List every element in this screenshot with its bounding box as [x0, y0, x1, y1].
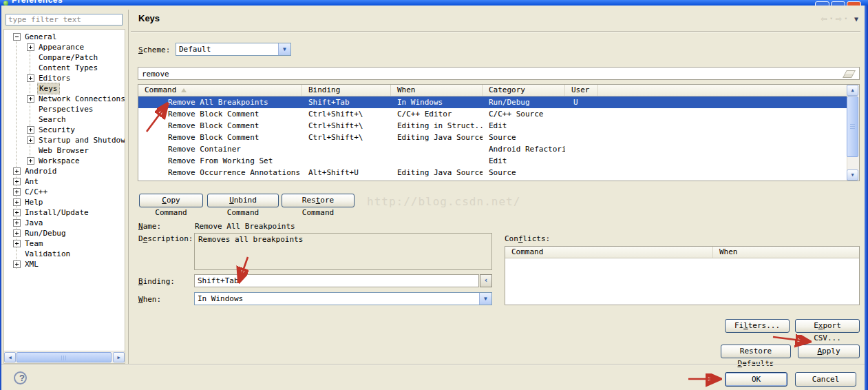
scroll-left-icon[interactable]: ◀	[4, 352, 16, 362]
close-button[interactable]	[847, 1, 861, 6]
panel-divider[interactable]	[128, 10, 129, 364]
cell-binding: Shift+Tab	[302, 96, 391, 108]
expand-icon[interactable]	[27, 74, 34, 82]
sidebar-item-xml[interactable]: XML	[4, 259, 125, 269]
expand-icon[interactable]	[13, 209, 21, 216]
sidebar-item-run-debug[interactable]: Run/Debug	[4, 228, 125, 238]
expand-icon[interactable]	[27, 126, 34, 134]
table-row[interactable]: Remove From Working SetEdit	[138, 155, 847, 167]
column-header-when[interactable]: When	[391, 85, 483, 96]
chevron-down-icon[interactable]: ▼	[479, 293, 491, 305]
expand-icon[interactable]	[13, 219, 21, 227]
tree-filter-input[interactable]	[6, 14, 123, 25]
table-row[interactable]: Remove ContainerAndroid Refactorings	[138, 143, 847, 155]
back-history-icon[interactable]: ▾	[830, 16, 833, 21]
sidebar-item-workspace[interactable]: Workspace	[4, 156, 125, 166]
window-border-left	[0, 6, 1, 390]
unbind-command-button[interactable]: Unbind Command	[207, 194, 279, 207]
sidebar-item-label: Android	[23, 166, 58, 176]
column-header-user[interactable]: User	[565, 85, 598, 96]
sidebar-item-install-update[interactable]: Install/Update	[4, 207, 125, 218]
cell-filler	[598, 155, 847, 167]
minimize-button[interactable]	[815, 1, 829, 6]
view-menu-icon[interactable]: ▼	[854, 15, 858, 23]
scroll-right-icon[interactable]: ▶	[113, 352, 125, 362]
restore-command-button[interactable]: Restore Command	[282, 194, 354, 207]
table-vertical-scrollbar[interactable]: ▲ ▼	[847, 85, 859, 181]
table-row[interactable]: Remove All BreakpointsShift+TabIn Window…	[138, 96, 847, 108]
expand-icon[interactable]	[13, 167, 21, 175]
forward-history-icon[interactable]: ▾	[845, 16, 847, 21]
scrollbar-thumb[interactable]	[17, 352, 112, 362]
sidebar-item-editors[interactable]: Editors	[4, 73, 125, 83]
sidebar-item-general[interactable]: General	[4, 32, 125, 42]
sidebar-item-label: Startup and Shutdown	[37, 135, 125, 145]
sidebar-item-java[interactable]: Java	[4, 218, 125, 228]
when-select[interactable]: In Windows ▼	[194, 292, 492, 305]
binding-input[interactable]	[194, 274, 479, 287]
command-filter-input[interactable]	[140, 68, 835, 80]
table-row[interactable]: Remove Block CommentCtrl+Shift+\Editing …	[138, 120, 847, 132]
sidebar-item-android[interactable]: Android	[4, 166, 125, 176]
sidebar-item-compare-patch[interactable]: Compare/Patch	[4, 52, 125, 63]
back-icon[interactable]: ⇦	[821, 14, 827, 23]
expand-icon[interactable]	[27, 157, 34, 165]
sidebar-item-security[interactable]: Security	[4, 125, 125, 135]
binding-expand-icon[interactable]: ‹	[480, 274, 492, 287]
scroll-up-icon[interactable]: ▲	[847, 85, 858, 96]
cell-binding: Ctrl+Shift+\	[302, 132, 391, 143]
sidebar-item-ant[interactable]: Ant	[4, 176, 125, 187]
scheme-select[interactable]: Default ▼	[176, 43, 291, 56]
ok-button[interactable]: OK	[725, 372, 787, 387]
copy-command-button[interactable]: Copy Command	[139, 194, 203, 207]
table-row[interactable]: Remove Block CommentCtrl+Shift+\C/C++ Ed…	[138, 108, 847, 120]
sidebar-item-web-browser[interactable]: Web Browser	[4, 145, 125, 156]
expand-icon[interactable]	[13, 178, 21, 185]
help-button[interactable]: ?	[14, 371, 27, 384]
expand-icon[interactable]	[13, 188, 21, 196]
sidebar-item-validation[interactable]: Validation	[4, 249, 125, 259]
scrollbar-thumb[interactable]	[847, 96, 858, 157]
scheme-label: Scheme:	[138, 45, 170, 54]
maximize-button[interactable]	[831, 1, 845, 6]
sidebar-item-startup-and-shutdown[interactable]: Startup and Shutdown	[4, 135, 125, 145]
export-csv-button[interactable]: Export CSV...	[795, 319, 860, 333]
sidebar-item-search[interactable]: Search	[4, 114, 125, 125]
filters-button[interactable]: Filters...	[725, 319, 790, 333]
table-row[interactable]: Remove Block CommentCtrl+Shift+\Editing …	[138, 132, 847, 143]
conflicts-column-command[interactable]: Command	[505, 247, 713, 258]
column-header-category[interactable]: Category	[483, 85, 565, 96]
sidebar-item-label: Install/Update	[23, 207, 90, 218]
sidebar-item-perspectives[interactable]: Perspectives	[4, 104, 125, 114]
sidebar-item-content-types[interactable]: Content Types	[4, 63, 125, 73]
expand-icon[interactable]	[13, 260, 21, 268]
expand-icon[interactable]	[27, 95, 34, 103]
table-row[interactable]: Remove Occurrence AnnotationsAlt+Shift+U…	[138, 167, 847, 178]
column-header-binding[interactable]: Binding	[302, 85, 391, 96]
forward-icon[interactable]: ⇨	[836, 14, 842, 23]
sidebar-item-network-connections[interactable]: Network Connections	[4, 94, 125, 104]
sidebar-item-help[interactable]: Help	[4, 197, 125, 207]
collapse-icon[interactable]	[13, 33, 21, 41]
sidebar-item-keys[interactable]: Keys	[4, 83, 125, 94]
sidebar-item-c-c[interactable]: C/C++	[4, 187, 125, 197]
expand-icon[interactable]	[13, 198, 21, 206]
cancel-button[interactable]: Cancel	[795, 372, 856, 387]
cell-user	[565, 155, 598, 167]
sidebar-item-appearance[interactable]: Appearance	[4, 42, 125, 52]
clear-filter-icon[interactable]	[843, 70, 856, 78]
conflicts-column-when[interactable]: When	[713, 247, 859, 258]
tree-horizontal-scrollbar[interactable]: ◀ ▶	[4, 351, 125, 363]
sidebar-item-label: Java	[23, 218, 45, 228]
expand-icon[interactable]	[13, 229, 21, 237]
cell-user	[565, 108, 598, 120]
scroll-down-icon[interactable]: ▼	[847, 170, 858, 181]
restore-defaults-button[interactable]: Restore Defaults	[721, 345, 791, 358]
expand-icon[interactable]	[27, 136, 34, 144]
sidebar-item-team[interactable]: Team	[4, 238, 125, 249]
expand-icon[interactable]	[27, 43, 34, 51]
chevron-down-icon[interactable]: ▼	[278, 43, 290, 55]
apply-button[interactable]: Apply	[798, 345, 860, 358]
column-header-command[interactable]: Command	[138, 85, 302, 96]
expand-icon[interactable]	[13, 240, 21, 247]
